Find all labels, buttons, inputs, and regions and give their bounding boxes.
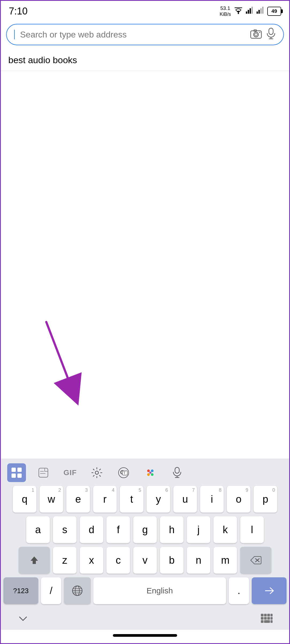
key-g[interactable]: g [133, 516, 157, 543]
keyboard-toolbar: GIF G T [1, 459, 289, 486]
key-a[interactable]: a [26, 516, 50, 543]
key-slash[interactable]: / [41, 577, 61, 604]
keyboard-translate-button[interactable]: G T [114, 463, 133, 482]
svg-line-56 [46, 322, 73, 392]
key-s[interactable]: s [53, 516, 77, 543]
key-shift[interactable] [19, 547, 50, 574]
svg-rect-2 [246, 12, 247, 14]
key-o[interactable]: 9o [227, 486, 250, 513]
key-z[interactable]: z [53, 547, 77, 574]
svg-rect-3 [248, 10, 249, 14]
svg-point-33 [151, 473, 154, 476]
signal2-icon [257, 7, 265, 16]
svg-point-1 [238, 13, 239, 14]
svg-rect-52 [270, 617, 273, 620]
keyboard-bottom-bar [1, 608, 289, 630]
key-n[interactable]: n [187, 547, 210, 574]
keyboard-sticker-button[interactable] [34, 463, 53, 482]
svg-rect-4 [250, 8, 251, 14]
svg-rect-50 [264, 617, 267, 620]
svg-rect-15 [269, 28, 273, 35]
keyboard-hide-button[interactable] [17, 613, 29, 624]
key-space[interactable]: English [93, 577, 226, 604]
nav-pill [113, 634, 177, 637]
svg-rect-46 [264, 614, 267, 616]
key-p[interactable]: 0p [254, 486, 277, 513]
svg-rect-47 [267, 614, 270, 616]
key-h[interactable]: h [160, 516, 184, 543]
status-time: 7:10 [9, 6, 28, 17]
svg-rect-35 [175, 467, 179, 473]
key-row-1: 1q 2w 3e 4r 5t 6y 7u 8i 9o 0p [3, 486, 287, 513]
key-d[interactable]: d [80, 516, 103, 543]
key-m[interactable]: m [213, 547, 237, 574]
keyboard-switcher-button[interactable] [260, 613, 273, 624]
key-e[interactable]: 3e [66, 486, 90, 513]
key-t[interactable]: 5t [120, 486, 143, 513]
svg-point-11 [254, 32, 258, 37]
svg-rect-22 [39, 468, 48, 477]
svg-rect-45 [261, 614, 264, 616]
svg-point-12 [255, 33, 257, 36]
svg-point-30 [147, 469, 150, 472]
svg-rect-51 [267, 617, 270, 620]
key-b[interactable]: b [160, 547, 184, 574]
keyboard-grid-button[interactable] [7, 463, 26, 482]
key-dot[interactable]: . [229, 577, 249, 604]
key-q[interactable]: 1q [13, 486, 36, 513]
keyboard-voice-button[interactable] [168, 463, 186, 482]
key-x[interactable]: x [80, 547, 103, 574]
key-i[interactable]: 8i [200, 486, 224, 513]
key-k[interactable]: k [213, 516, 237, 543]
mic-icon[interactable] [266, 28, 276, 42]
key-w[interactable]: 2w [40, 486, 63, 513]
key-r[interactable]: 4r [93, 486, 117, 513]
key-row-4: ?123 / English . [3, 577, 287, 604]
key-f[interactable]: f [106, 516, 130, 543]
svg-rect-54 [264, 620, 270, 623]
svg-rect-7 [258, 10, 260, 14]
key-l[interactable]: l [240, 516, 264, 543]
key-y[interactable]: 6y [147, 486, 170, 513]
key-num[interactable]: ?123 [3, 577, 38, 604]
camera-icon[interactable] [250, 28, 262, 41]
svg-rect-53 [261, 620, 264, 623]
svg-point-32 [147, 473, 150, 476]
key-row-3: z x c v b n m [3, 547, 287, 574]
svg-rect-21 [17, 473, 22, 478]
key-j[interactable]: j [187, 516, 210, 543]
svg-text:T: T [123, 471, 126, 475]
svg-point-14 [259, 32, 260, 33]
svg-point-34 [149, 472, 151, 474]
battery-icon: 49 [267, 7, 281, 16]
keyboard-settings-button[interactable] [87, 463, 106, 482]
key-rows: 1q 2w 3e 4r 5t 6y 7u 8i 9o 0p a s d f g … [1, 486, 289, 604]
svg-point-31 [151, 469, 154, 472]
search-bar[interactable] [6, 24, 284, 45]
svg-rect-48 [270, 614, 273, 616]
keyboard-paint-button[interactable] [141, 463, 160, 482]
key-backspace[interactable] [240, 547, 271, 574]
search-suggestion[interactable]: best audio books [1, 50, 289, 71]
svg-rect-18 [12, 468, 16, 472]
key-row-2: a s d f g h j k l [3, 516, 287, 543]
status-bar: 7:10 53.1 KiB/s [1, 1, 289, 20]
svg-rect-19 [17, 468, 22, 472]
svg-rect-20 [12, 473, 16, 478]
key-globe[interactable] [64, 577, 91, 604]
content-area [1, 71, 289, 274]
search-input[interactable] [20, 30, 246, 40]
key-c[interactable]: c [106, 547, 130, 574]
signal-icon [246, 7, 254, 16]
key-enter[interactable] [252, 577, 287, 604]
key-v[interactable]: v [133, 547, 157, 574]
svg-rect-8 [260, 8, 262, 14]
svg-rect-6 [257, 12, 258, 14]
key-u[interactable]: 7u [173, 486, 197, 513]
svg-rect-49 [261, 617, 264, 620]
speed-indicator: 53.1 KiB/s [220, 5, 231, 17]
wifi-icon [234, 7, 243, 16]
svg-point-25 [95, 471, 98, 474]
svg-rect-9 [262, 7, 264, 14]
keyboard-gif-button[interactable]: GIF [61, 463, 79, 482]
